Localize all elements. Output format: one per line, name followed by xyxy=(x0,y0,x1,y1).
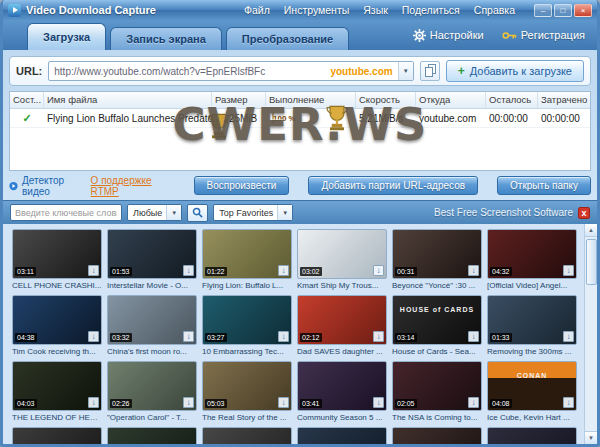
scroll-up-button[interactable]: ▲ xyxy=(585,224,598,237)
video-thumbnail[interactable]: 03:02 ↓ xyxy=(297,229,387,279)
registration-button[interactable]: Регистрация xyxy=(502,29,585,41)
video-thumbnail[interactable]: 05:03 ↓ xyxy=(202,361,292,411)
settings-button[interactable]: Настройки xyxy=(413,29,484,42)
video-item[interactable]: 03:41 ↓ Community Season 5 ... xyxy=(297,361,387,423)
video-item[interactable] xyxy=(12,427,102,444)
open-folder-button[interactable]: Открыть папку xyxy=(497,176,591,195)
video-item[interactable] xyxy=(487,427,577,444)
video-thumbnail[interactable] xyxy=(392,427,482,444)
video-thumbnail[interactable]: 03:41 ↓ xyxy=(297,361,387,411)
rtmp-support-link[interactable]: О поддержке RTMP xyxy=(91,175,161,197)
video-thumbnail[interactable]: 01:53 ↓ xyxy=(107,229,197,279)
download-icon[interactable]: ↓ xyxy=(468,331,479,342)
menu-item-language[interactable]: Язык xyxy=(363,4,388,16)
category-select[interactable]: Top Favorites ▼ xyxy=(213,204,293,221)
keyword-search-input[interactable] xyxy=(10,204,122,221)
download-icon[interactable]: ↓ xyxy=(373,331,384,342)
video-item[interactable]: 03:27 ↓ 10 Embarrassing Tec... xyxy=(202,295,292,357)
video-thumbnail[interactable]: 04:38 ↓ xyxy=(12,295,102,345)
scroll-down-button[interactable]: ▼ xyxy=(585,431,598,444)
video-item[interactable] xyxy=(202,427,292,444)
download-icon[interactable]: ↓ xyxy=(278,265,289,276)
video-item[interactable]: 03:02 ↓ Kmart Ship My Trous... xyxy=(297,229,387,291)
video-item[interactable]: 01:53 ↓ Interstellar Movie - O... xyxy=(107,229,197,291)
video-item[interactable] xyxy=(107,427,197,444)
video-item[interactable]: 02:26 ↓ "Operation Carol" - T... xyxy=(107,361,197,423)
video-item[interactable]: 01:22 ↓ Flying Lion: Buffalo L... xyxy=(202,229,292,291)
download-icon[interactable]: ↓ xyxy=(88,331,99,342)
download-icon[interactable]: ↓ xyxy=(183,331,194,342)
video-thumbnail[interactable]: 03:27 ↓ xyxy=(202,295,292,345)
video-detector-toggle[interactable]: Детектор видео xyxy=(9,175,77,197)
add-to-download-button[interactable]: + Добавить к загрузке xyxy=(446,60,584,82)
download-icon[interactable]: ↓ xyxy=(183,265,194,276)
video-thumbnail[interactable]: 03:32 ↓ xyxy=(107,295,197,345)
video-thumbnail[interactable]: 02:05 ↓ xyxy=(392,361,482,411)
video-item[interactable]: HOUSE of CARDS 03:14 ↓ House of Cards - … xyxy=(392,295,482,357)
video-item[interactable]: 01:33 ↓ Removing the 300ms ... xyxy=(487,295,577,357)
col-size[interactable]: Размер xyxy=(212,92,266,108)
video-thumbnail[interactable]: 02:12 ↓ xyxy=(297,295,387,345)
video-thumbnail[interactable]: 03:11 ↓ xyxy=(12,229,102,279)
col-filename[interactable]: Имя файла xyxy=(44,92,212,108)
tab-convert[interactable]: Преобразование xyxy=(226,27,349,50)
video-thumbnail[interactable] xyxy=(107,427,197,444)
url-input[interactable] xyxy=(49,62,325,80)
type-filter-select[interactable]: Любые ▼ xyxy=(127,204,182,221)
col-elapsed[interactable]: Затрачено xyxy=(538,92,588,108)
menu-item-share[interactable]: Поделиться xyxy=(402,4,460,16)
menu-item-file[interactable]: Файл xyxy=(244,4,270,16)
video-item[interactable]: 00:31 ↓ Beyoncé "Yoncé" :30 ... xyxy=(392,229,482,291)
col-source[interactable]: Откуда xyxy=(416,92,486,108)
video-item[interactable]: 04:38 ↓ Tim Cook receiving th... xyxy=(12,295,102,357)
video-thumbnail[interactable]: 01:22 ↓ xyxy=(202,229,292,279)
video-item[interactable]: 02:05 ↓ The NSA is Coming to... xyxy=(392,361,482,423)
video-thumbnail[interactable]: 00:31 ↓ xyxy=(392,229,482,279)
download-icon[interactable]: ↓ xyxy=(373,265,384,276)
video-item[interactable]: 03:32 ↓ China's first moon ro... xyxy=(107,295,197,357)
video-thumbnail[interactable] xyxy=(297,427,387,444)
col-progress[interactable]: Выполнение xyxy=(266,92,356,108)
download-icon[interactable]: ↓ xyxy=(183,397,194,408)
col-remaining[interactable]: Осталось xyxy=(486,92,538,108)
video-item[interactable]: 03:11 ↓ CELL PHONE CRASHI... xyxy=(12,229,102,291)
download-icon[interactable]: ↓ xyxy=(373,397,384,408)
grid-scrollbar[interactable]: ▲ ▼ xyxy=(584,224,597,444)
video-item[interactable] xyxy=(392,427,482,444)
download-icon[interactable]: ↓ xyxy=(88,397,99,408)
copy-url-button[interactable] xyxy=(420,61,440,81)
video-item[interactable]: CONAN 04:08 ↓ Ice Cube, Kevin Hart ... xyxy=(487,361,577,423)
add-batch-urls-button[interactable]: Добавить партии URL-адресов xyxy=(308,176,478,195)
video-thumbnail[interactable]: 04:32 ↓ xyxy=(487,229,577,279)
video-thumbnail[interactable]: 01:33 ↓ xyxy=(487,295,577,345)
promo-link[interactable]: Best Free Screenshot Software xyxy=(434,207,573,218)
video-thumbnail[interactable] xyxy=(202,427,292,444)
video-thumbnail[interactable]: 04:03 ↓ xyxy=(12,361,102,411)
menu-item-tools[interactable]: Инструменты xyxy=(284,4,349,16)
promo-close-button[interactable]: x xyxy=(578,207,590,219)
video-thumbnail[interactable] xyxy=(487,427,577,444)
minimize-button[interactable]: – xyxy=(534,4,552,17)
download-icon[interactable]: ↓ xyxy=(88,265,99,276)
tab-download[interactable]: Загрузка xyxy=(27,23,106,50)
video-thumbnail[interactable]: CONAN 04:08 ↓ xyxy=(487,361,577,411)
video-thumbnail[interactable]: 02:26 ↓ xyxy=(107,361,197,411)
video-item[interactable] xyxy=(297,427,387,444)
menu-item-help[interactable]: Справка xyxy=(474,4,515,16)
col-speed[interactable]: Скорость xyxy=(356,92,416,108)
video-item[interactable]: 04:03 ↓ THE LEGEND OF HER... xyxy=(12,361,102,423)
play-button[interactable]: Воспроизвести xyxy=(194,176,290,195)
download-icon[interactable]: ↓ xyxy=(278,397,289,408)
download-icon[interactable]: ↓ xyxy=(563,397,574,408)
site-dropdown-arrow-icon[interactable]: ▼ xyxy=(398,62,413,80)
download-icon[interactable]: ↓ xyxy=(563,331,574,342)
video-item[interactable]: 04:32 ↓ [Official Video] Angel... xyxy=(487,229,577,291)
download-icon[interactable]: ↓ xyxy=(278,331,289,342)
download-icon[interactable]: ↓ xyxy=(563,265,574,276)
download-icon[interactable]: ↓ xyxy=(468,397,479,408)
search-button[interactable] xyxy=(187,204,208,222)
col-status[interactable]: Сост... xyxy=(10,92,44,108)
video-item[interactable]: 02:12 ↓ Dad SAVES daughter ... xyxy=(297,295,387,357)
maximize-button[interactable]: □ xyxy=(554,4,572,17)
download-row[interactable]: ✓ Flying Lion Buffalo Launches Predator … xyxy=(10,109,590,128)
